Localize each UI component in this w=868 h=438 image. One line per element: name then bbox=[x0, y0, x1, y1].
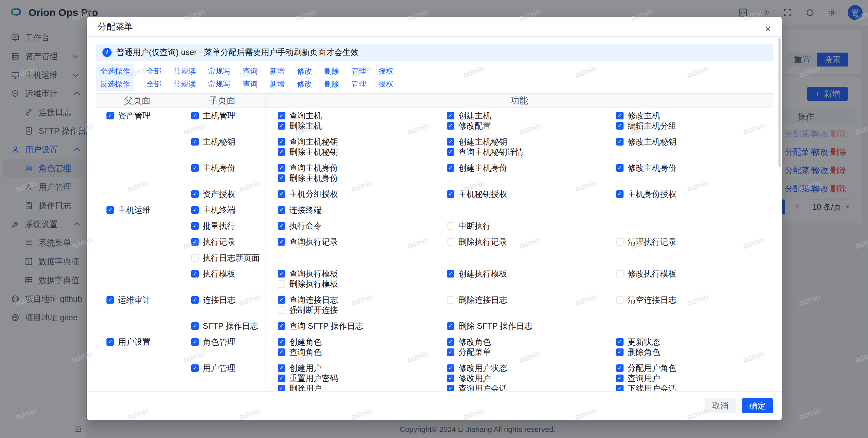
checkbox-checked-icon[interactable]: ✓ bbox=[278, 338, 285, 346]
checkbox-unchecked-icon[interactable] bbox=[616, 270, 624, 278]
checkbox-checked-icon[interactable]: ✓ bbox=[191, 222, 199, 230]
checkbox-checked-icon[interactable]: ✓ bbox=[447, 164, 454, 172]
permission-checkbox-item[interactable]: ✓查询 SFTP 操作日志 bbox=[278, 321, 435, 331]
permission-checkbox-item[interactable]: ✓删除主机身份 bbox=[278, 173, 435, 183]
checkbox-checked-icon[interactable]: ✓ bbox=[191, 338, 199, 346]
permission-checkbox-item[interactable]: ✓修改用户 bbox=[447, 373, 604, 383]
permission-checkbox-item[interactable]: ✓分配用户角色 bbox=[616, 363, 773, 373]
filter-link[interactable]: 查询 bbox=[243, 79, 258, 89]
checkbox-checked-icon[interactable]: ✓ bbox=[616, 348, 624, 356]
filter-link[interactable]: 管理 bbox=[351, 66, 366, 76]
permission-checkbox-item[interactable]: ✓查询主机秘钥 bbox=[278, 137, 435, 147]
checkbox-checked-icon[interactable]: ✓ bbox=[191, 112, 199, 119]
checkbox-checked-icon[interactable]: ✓ bbox=[191, 364, 199, 372]
permission-checkbox-item[interactable]: ✓主机分组授权 bbox=[278, 189, 435, 199]
select-all-action[interactable]: 全选操作 bbox=[96, 64, 134, 78]
checkbox-checked-icon[interactable]: ✓ bbox=[447, 138, 454, 146]
invert-select-action[interactable]: 反选操作 bbox=[96, 77, 134, 91]
checkbox-checked-icon[interactable]: ✓ bbox=[447, 112, 454, 119]
permission-checkbox-item[interactable]: ✓创建主机身份 bbox=[447, 163, 604, 173]
checkbox-checked-icon[interactable]: ✓ bbox=[278, 385, 285, 391]
checkbox-checked-icon[interactable]: ✓ bbox=[278, 296, 285, 304]
checkbox-checked-icon[interactable]: ✓ bbox=[278, 348, 285, 356]
permission-checkbox-item[interactable]: 删除连接日志 bbox=[447, 295, 604, 305]
filter-link[interactable]: 常规读 bbox=[174, 79, 196, 89]
checkbox-checked-icon[interactable]: ✓ bbox=[278, 364, 285, 372]
permission-checkbox-item[interactable]: ✓删除用户 bbox=[278, 383, 435, 391]
checkbox-checked-icon[interactable]: ✓ bbox=[191, 164, 199, 172]
checkbox-unchecked-icon[interactable] bbox=[447, 238, 454, 246]
permission-checkbox-item[interactable]: ✓连接日志 bbox=[191, 295, 265, 305]
filter-link[interactable]: 全部 bbox=[146, 79, 161, 89]
permission-checkbox-item[interactable]: ✓创建主机 bbox=[447, 111, 604, 121]
checkbox-unchecked-icon[interactable] bbox=[616, 296, 624, 304]
permission-checkbox-item[interactable]: ✓创建用户 bbox=[278, 363, 435, 373]
permission-checkbox-item[interactable]: ✓连接终端 bbox=[278, 205, 435, 215]
permission-checkbox-item[interactable]: 强制断开连接 bbox=[278, 305, 435, 315]
checkbox-checked-icon[interactable]: ✓ bbox=[278, 148, 285, 156]
permission-checkbox-item[interactable]: ✓执行命令 bbox=[278, 221, 435, 231]
filter-link[interactable]: 常规写 bbox=[208, 79, 231, 89]
filter-link[interactable]: 授权 bbox=[378, 79, 393, 89]
permission-checkbox-item[interactable]: ✓资产授权 bbox=[191, 189, 265, 199]
checkbox-checked-icon[interactable]: ✓ bbox=[278, 174, 285, 182]
filter-link[interactable]: 修改 bbox=[297, 66, 312, 76]
filter-link[interactable]: 修改 bbox=[297, 79, 312, 89]
checkbox-checked-icon[interactable]: ✓ bbox=[616, 122, 624, 130]
checkbox-checked-icon[interactable]: ✓ bbox=[191, 206, 199, 214]
permission-checkbox-item[interactable]: ✓修改用户状态 bbox=[447, 363, 604, 373]
checkbox-checked-icon[interactable]: ✓ bbox=[191, 270, 199, 278]
permission-checkbox-item[interactable]: ✓角色管理 bbox=[191, 337, 265, 347]
checkbox-checked-icon[interactable]: ✓ bbox=[447, 375, 454, 382]
permission-checkbox-item[interactable]: ✓主机运维 bbox=[106, 205, 179, 215]
checkbox-checked-icon[interactable]: ✓ bbox=[278, 270, 285, 278]
checkbox-checked-icon[interactable]: ✓ bbox=[278, 122, 285, 130]
permission-checkbox-item[interactable]: ✓资产管理 bbox=[106, 111, 179, 121]
filter-link[interactable]: 常规读 bbox=[174, 66, 196, 76]
permission-checkbox-item[interactable]: ✓修改角色 bbox=[447, 337, 604, 347]
permission-checkbox-item[interactable]: ✓查询执行记录 bbox=[278, 237, 435, 247]
checkbox-unchecked-icon[interactable] bbox=[278, 280, 285, 288]
checkbox-checked-icon[interactable]: ✓ bbox=[447, 270, 454, 278]
permission-checkbox-item[interactable]: ✓用户管理 bbox=[191, 363, 265, 373]
filter-link[interactable]: 新增 bbox=[270, 79, 285, 89]
permission-checkbox-item[interactable]: 中断执行 bbox=[447, 221, 604, 231]
permission-checkbox-item[interactable]: ✓删除 SFTP 操作日志 bbox=[447, 321, 604, 331]
permission-checkbox-item[interactable]: ✓查询用户会话 bbox=[447, 383, 604, 391]
checkbox-checked-icon[interactable]: ✓ bbox=[447, 190, 454, 198]
permission-checkbox-item[interactable]: ✓用户设置 bbox=[106, 337, 179, 347]
permission-checkbox-item[interactable]: 修改执行模板 bbox=[616, 269, 773, 279]
checkbox-checked-icon[interactable]: ✓ bbox=[191, 322, 199, 330]
permission-checkbox-item[interactable]: 删除执行模板 bbox=[278, 279, 435, 289]
permission-checkbox-item[interactable]: ✓创建执行模板 bbox=[447, 269, 604, 279]
permission-checkbox-item[interactable]: ✓重置用户密码 bbox=[278, 373, 435, 383]
filter-link[interactable]: 管理 bbox=[351, 79, 366, 89]
filter-link[interactable]: 全部 bbox=[146, 66, 161, 76]
checkbox-checked-icon[interactable]: ✓ bbox=[106, 112, 114, 119]
filter-link[interactable]: 删除 bbox=[324, 66, 339, 76]
permission-checkbox-item[interactable]: ✓主机终端 bbox=[191, 205, 265, 215]
permission-checkbox-item[interactable]: ✓更新状态 bbox=[616, 337, 773, 347]
permission-checkbox-item[interactable]: ✓查询主机 bbox=[278, 111, 435, 121]
modal-scrollbar[interactable] bbox=[778, 38, 781, 167]
checkbox-checked-icon[interactable]: ✓ bbox=[616, 385, 624, 391]
filter-link[interactable]: 新增 bbox=[270, 66, 285, 76]
checkbox-checked-icon[interactable]: ✓ bbox=[616, 375, 624, 382]
filter-link[interactable]: 查询 bbox=[243, 66, 258, 76]
permission-checkbox-item[interactable]: ✓查询主机身份 bbox=[278, 163, 435, 173]
permission-checkbox-item[interactable]: ✓修改主机 bbox=[616, 111, 773, 121]
permission-checkbox-item[interactable]: ✓主机身份 bbox=[191, 163, 265, 173]
permission-checkbox-item[interactable]: ✓执行记录 bbox=[191, 237, 265, 247]
checkbox-checked-icon[interactable]: ✓ bbox=[616, 338, 624, 346]
permission-checkbox-item[interactable]: 清理执行记录 bbox=[616, 237, 773, 247]
checkbox-checked-icon[interactable]: ✓ bbox=[447, 364, 454, 372]
permission-checkbox-item[interactable]: ✓修改主机秘钥 bbox=[616, 137, 773, 147]
cancel-button[interactable]: 取消 bbox=[705, 398, 736, 413]
permission-checkbox-item[interactable]: ✓修改配置 bbox=[447, 121, 604, 131]
filter-link[interactable]: 授权 bbox=[378, 66, 393, 76]
permission-checkbox-item[interactable]: ✓查询主机秘钥详情 bbox=[447, 147, 604, 157]
permission-checkbox-item[interactable]: ✓查询连接日志 bbox=[278, 295, 435, 305]
checkbox-checked-icon[interactable]: ✓ bbox=[191, 296, 199, 304]
permission-checkbox-item[interactable]: ✓批量执行 bbox=[191, 221, 265, 231]
permission-checkbox-item[interactable]: ✓分配菜单 bbox=[447, 347, 604, 357]
